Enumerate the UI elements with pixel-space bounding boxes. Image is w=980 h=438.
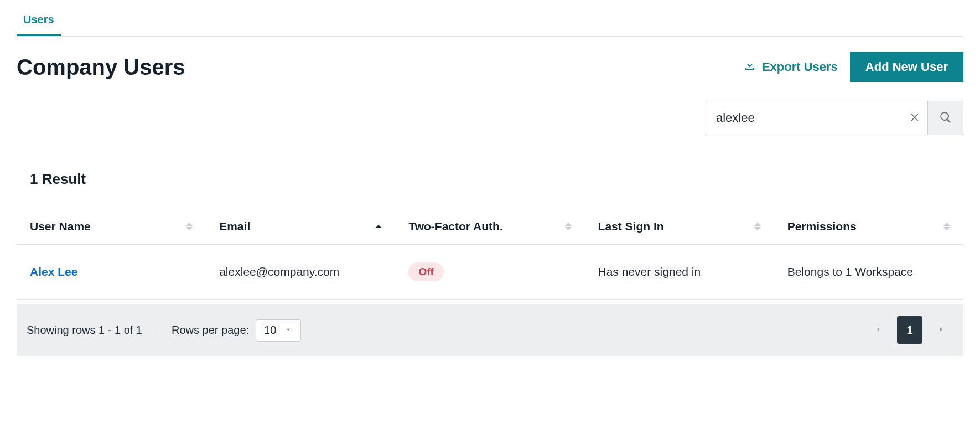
pager-current-page[interactable]: 1 xyxy=(897,316,922,344)
showing-rows-text: Showing rows 1 - 1 of 1 xyxy=(27,324,142,337)
rows-per-page-select[interactable]: 10 xyxy=(256,319,301,342)
sort-down-icon xyxy=(565,227,572,230)
cell-permissions: Belongs to 1 Workspace xyxy=(774,245,963,300)
tabs-bar: Users xyxy=(17,6,963,37)
rows-per-page-value: 10 xyxy=(264,324,276,337)
chevron-down-icon xyxy=(284,324,293,337)
export-users-button[interactable]: Export Users xyxy=(743,59,838,75)
rows-per-page-label: Rows per page: xyxy=(172,324,249,337)
column-header-permissions-label: Permissions xyxy=(787,220,857,233)
sort-icon xyxy=(186,223,193,230)
results-count: 1 Result xyxy=(30,171,963,188)
cell-lastsignin: Has never signed in xyxy=(585,245,774,300)
close-icon xyxy=(910,112,921,125)
sort-icon xyxy=(943,223,950,230)
add-new-user-button[interactable]: Add New User xyxy=(850,52,963,82)
users-table: User Name Email Two-Factor Auth. xyxy=(17,209,963,300)
column-header-twofa[interactable]: Two-Factor Auth. xyxy=(395,209,584,245)
search-button[interactable] xyxy=(927,101,963,135)
twofa-status-badge: Off xyxy=(408,262,443,281)
download-icon xyxy=(743,59,756,75)
clear-search-button[interactable] xyxy=(903,101,927,135)
sort-down-icon xyxy=(943,227,950,230)
column-header-email[interactable]: Email xyxy=(206,209,395,245)
sort-up-icon xyxy=(186,223,193,226)
sort-icon xyxy=(565,223,572,230)
column-header-lastsignin[interactable]: Last Sign In xyxy=(585,209,774,245)
table-row: Alex Lee alexlee@company.com Off Has nev… xyxy=(17,245,963,300)
sort-down-icon xyxy=(186,227,193,230)
column-header-username-label: User Name xyxy=(30,220,91,233)
footer-left: Showing rows 1 - 1 of 1 Rows per page: 1… xyxy=(27,319,301,342)
header-actions: Export Users Add New User xyxy=(743,52,963,82)
sort-icon xyxy=(375,225,382,228)
page-header: Company Users Export Users Add New User xyxy=(17,52,963,82)
table-footer: Showing rows 1 - 1 of 1 Rows per page: 1… xyxy=(17,304,963,356)
column-header-username[interactable]: User Name xyxy=(17,209,206,245)
sort-up-icon xyxy=(565,223,572,226)
rows-per-page-group: Rows per page: 10 xyxy=(172,319,301,342)
chevron-left-icon xyxy=(874,324,883,337)
column-header-permissions[interactable]: Permissions xyxy=(774,209,963,245)
pager-prev-button[interactable] xyxy=(866,317,890,343)
search-row xyxy=(17,101,963,135)
sort-icon xyxy=(754,223,761,230)
page-title: Company Users xyxy=(17,55,185,80)
sort-up-icon xyxy=(754,223,761,226)
export-users-label: Export Users xyxy=(762,60,838,74)
search-input[interactable] xyxy=(706,101,903,135)
sort-down-icon xyxy=(754,227,761,230)
tab-users[interactable]: Users xyxy=(17,6,61,36)
chevron-right-icon xyxy=(937,324,946,337)
sort-up-icon xyxy=(943,223,950,226)
pager: 1 xyxy=(866,316,953,344)
column-header-email-label: Email xyxy=(219,220,250,233)
sort-up-icon xyxy=(375,225,382,228)
column-header-lastsignin-label: Last Sign In xyxy=(598,220,664,233)
cell-twofa: Off xyxy=(395,245,584,300)
user-name-link[interactable]: Alex Lee xyxy=(30,265,77,278)
search-group xyxy=(706,101,963,135)
column-header-twofa-label: Two-Factor Auth. xyxy=(408,220,502,233)
divider xyxy=(157,321,157,339)
table-header-row: User Name Email Two-Factor Auth. xyxy=(17,209,963,245)
search-icon xyxy=(939,111,952,126)
pager-next-button[interactable] xyxy=(929,317,953,343)
cell-email: alexlee@company.com xyxy=(206,245,395,300)
